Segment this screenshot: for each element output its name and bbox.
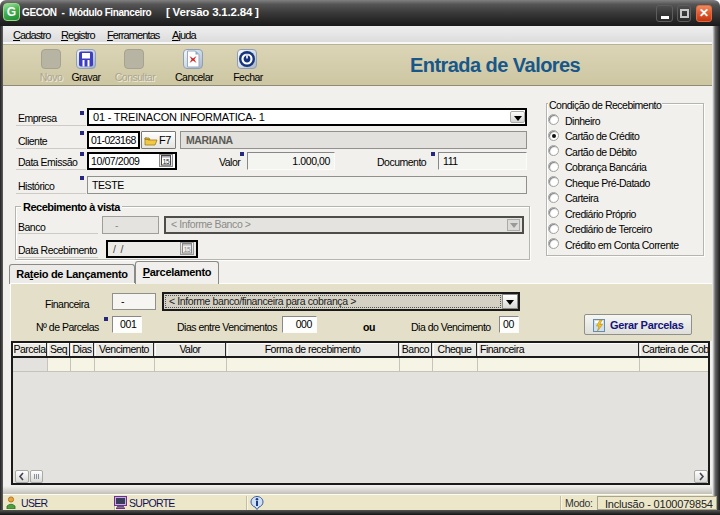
svg-text:15: 15 <box>163 158 170 165</box>
svg-text:15: 15 <box>184 246 191 253</box>
